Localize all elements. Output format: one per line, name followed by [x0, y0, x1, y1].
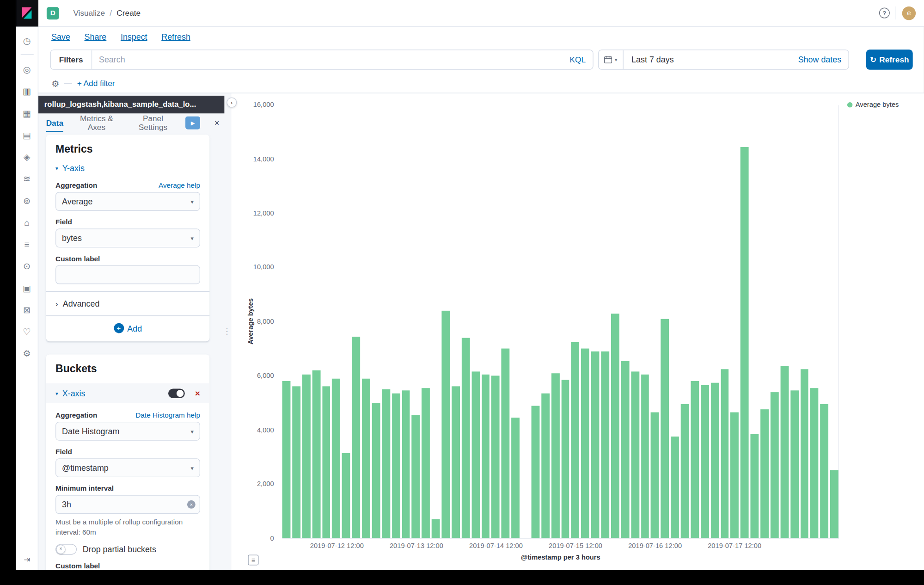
bar-5[interactable]: [332, 378, 340, 538]
sidebar-item-recently-viewed[interactable]: ◷: [16, 31, 38, 49]
panel-resizer-handle[interactable]: ⋮: [223, 326, 231, 335]
breadcrumb-visualize[interactable]: Visualize: [73, 9, 105, 18]
aggregation-select[interactable]: Average ▾: [55, 192, 200, 211]
space-avatar[interactable]: D: [47, 7, 59, 19]
tab-data[interactable]: Data: [46, 113, 63, 132]
sidebar-item-discover[interactable]: ◎: [16, 60, 38, 78]
help-icon[interactable]: ?: [879, 8, 890, 18]
bar-42[interactable]: [701, 385, 709, 538]
advanced-toggle[interactable]: › Advanced: [55, 299, 200, 308]
tab-panel-settings[interactable]: Panel Settings: [130, 113, 176, 132]
bar-2[interactable]: [302, 375, 311, 538]
bar-19[interactable]: [471, 372, 480, 538]
legend-toggle-button[interactable]: ≡: [248, 554, 258, 565]
x-axis-toggle[interactable]: X-axis: [62, 388, 86, 398]
bar-8[interactable]: [362, 378, 370, 538]
bar-49[interactable]: [771, 392, 779, 538]
bar-53[interactable]: [810, 388, 819, 538]
bar-35[interactable]: [631, 372, 639, 538]
add-filter-button[interactable]: + Add filter: [77, 79, 115, 88]
bar-7[interactable]: [352, 337, 360, 538]
bar-26[interactable]: [541, 394, 550, 538]
sidebar-item-management[interactable]: ⚙: [16, 345, 38, 362]
bar-32[interactable]: [601, 351, 609, 538]
x-axis-enabled-toggle[interactable]: [168, 388, 185, 398]
share-link[interactable]: Share: [85, 32, 107, 41]
refresh-link[interactable]: Refresh: [161, 32, 190, 41]
custom-label-input[interactable]: [55, 265, 200, 284]
bar-22[interactable]: [502, 349, 510, 538]
user-avatar[interactable]: e: [902, 6, 916, 19]
bar-23[interactable]: [511, 418, 520, 538]
date-histogram-help-link[interactable]: Date Histogram help: [135, 411, 200, 419]
calendar-dropdown-button[interactable]: ▾: [599, 50, 623, 69]
drop-partial-buckets-toggle[interactable]: ×: [55, 544, 77, 554]
inspect-link[interactable]: Inspect: [121, 32, 147, 41]
show-dates-button[interactable]: Show dates: [798, 55, 841, 64]
chart-legend[interactable]: Average bytes: [847, 101, 899, 108]
sidebar-item-metrics[interactable]: ⊚: [16, 191, 38, 209]
bar-46[interactable]: [740, 147, 749, 538]
bar-16[interactable]: [441, 311, 450, 538]
bar-48[interactable]: [760, 410, 769, 538]
bar-28[interactable]: [561, 380, 569, 538]
bar-3[interactable]: [312, 370, 320, 538]
bar-20[interactable]: [482, 375, 490, 538]
bar-52[interactable]: [800, 369, 808, 538]
bucket-aggregation-select[interactable]: Date Histogram ▾: [55, 422, 200, 441]
bar-6[interactable]: [342, 453, 350, 538]
bar-36[interactable]: [641, 375, 649, 538]
sidebar-item-maps[interactable]: ◈: [16, 148, 38, 165]
bar-41[interactable]: [691, 381, 699, 538]
kql-button[interactable]: KQL: [563, 55, 593, 64]
time-range-value[interactable]: Last 7 days: [631, 55, 798, 64]
apply-changes-button[interactable]: ▶: [186, 117, 200, 129]
sidebar-item-canvas[interactable]: ▤: [16, 126, 38, 143]
sidebar-item-machine-learning[interactable]: ≋: [16, 170, 38, 187]
save-link[interactable]: Save: [51, 32, 70, 41]
bar-54[interactable]: [820, 404, 828, 538]
bar-21[interactable]: [491, 376, 500, 538]
add-metric-button[interactable]: + Add: [114, 323, 142, 333]
bar-34[interactable]: [621, 361, 629, 538]
tab-metrics-axes[interactable]: Metrics & Axes: [73, 113, 120, 132]
bar-12[interactable]: [402, 391, 410, 538]
bar-30[interactable]: [581, 349, 589, 538]
bar-25[interactable]: [531, 406, 539, 538]
bar-10[interactable]: [382, 389, 390, 538]
discard-changes-button[interactable]: ×: [209, 118, 224, 127]
bar-51[interactable]: [790, 391, 799, 538]
sidebar-item-dev-tools[interactable]: ⊠: [16, 301, 38, 318]
bar-39[interactable]: [671, 437, 679, 538]
y-axis-toggle[interactable]: Y-axis: [62, 164, 85, 173]
bar-4[interactable]: [322, 387, 330, 538]
bucket-field-select[interactable]: @timestamp ▾: [55, 458, 200, 477]
kibana-logo[interactable]: [16, 0, 38, 26]
gear-icon[interactable]: ⚙: [51, 78, 59, 89]
bar-50[interactable]: [780, 366, 789, 538]
bar-44[interactable]: [721, 369, 729, 538]
bar-17[interactable]: [452, 387, 460, 538]
clear-input-icon[interactable]: ×: [187, 500, 196, 509]
bar-29[interactable]: [571, 342, 580, 538]
search-input[interactable]: [92, 50, 563, 69]
bar-47[interactable]: [751, 434, 759, 538]
bar-55[interactable]: [830, 470, 838, 538]
bar-15[interactable]: [432, 519, 440, 538]
bar-9[interactable]: [372, 403, 380, 538]
nav-collapse-button[interactable]: ⇥: [16, 555, 37, 564]
bar-27[interactable]: [551, 373, 560, 538]
sidebar-item-visualize[interactable]: ▥: [16, 82, 38, 100]
remove-x-axis-button[interactable]: ×: [195, 388, 200, 398]
bar-1[interactable]: [292, 387, 300, 538]
bar-33[interactable]: [611, 314, 619, 538]
sidebar-item-dashboard[interactable]: ▦: [16, 104, 38, 122]
bar-31[interactable]: [591, 351, 600, 538]
minimum-interval-input[interactable]: [55, 495, 200, 514]
sidebar-item-apm[interactable]: ≡: [16, 235, 38, 252]
refresh-button[interactable]: ↻ Refresh: [866, 49, 913, 69]
collapse-editor-button[interactable]: ‹: [226, 98, 237, 108]
sidebar-item-uptime[interactable]: ⊙: [16, 257, 38, 275]
sidebar-item-siem[interactable]: ▣: [16, 279, 38, 296]
filters-button[interactable]: Filters: [51, 50, 92, 69]
